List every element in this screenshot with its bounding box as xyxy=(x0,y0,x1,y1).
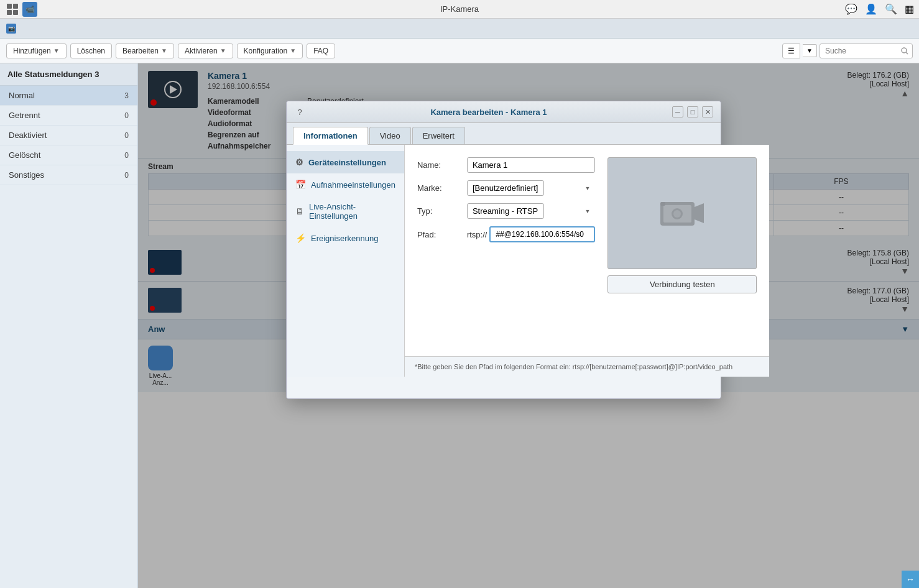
apps-icon[interactable]: ▦ xyxy=(905,3,914,15)
activate-arrow-icon: ▼ xyxy=(220,47,226,54)
add-arrow-icon: ▼ xyxy=(53,47,60,54)
name-input[interactable] xyxy=(467,157,596,173)
svg-marker-4 xyxy=(695,203,704,223)
activate-button[interactable]: Aktivieren ▼ xyxy=(178,44,233,58)
pfad-label: Pfad: xyxy=(417,230,467,239)
content-area: Kamera 1 192.168.100.6:554 Kameramodell … xyxy=(138,63,919,588)
sidebar-item-geloescht[interactable]: Gelöscht 0 xyxy=(0,145,137,165)
synology-assist-btn[interactable]: ↔ xyxy=(902,571,919,588)
typ-select[interactable]: Streaming - RTSP xyxy=(467,203,544,219)
svg-point-3 xyxy=(673,210,681,218)
modal-maximize-btn[interactable]: □ xyxy=(687,106,698,117)
modal-close-btn[interactable]: ✕ xyxy=(702,106,713,117)
edit-button[interactable]: Bearbeiten ▼ xyxy=(116,44,174,58)
aufnahme-icon: 📅 xyxy=(295,180,306,190)
sidebar: Alle Statusmeldungen 3 Normal 3 Getrennt… xyxy=(0,63,138,588)
window-title: IP-Kamera xyxy=(440,4,479,14)
camera-preview-icon xyxy=(657,195,707,232)
modal-titlebar: ? Kamera bearbeiten - Kamera 1 ─ □ ✕ xyxy=(287,101,721,123)
sidebar-item-sonstiges[interactable]: Sonstiges 0 xyxy=(0,165,137,185)
aufnahme-label: Aufnahmeeinstellungen xyxy=(311,180,395,190)
modal-sidebar-geraete[interactable]: ⚙ Geräteeinstellungen xyxy=(287,151,404,173)
live-label: Live-Ansicht-Einstellungen xyxy=(309,202,395,221)
add-button[interactable]: Hinzufügen ▼ xyxy=(6,44,67,58)
typ-label: Typ: xyxy=(417,206,467,216)
marke-select[interactable]: [Benutzerdefiniert] xyxy=(467,180,544,196)
tab-video[interactable]: Video xyxy=(369,127,411,144)
sidebar-item-deaktiviert[interactable]: Deaktiviert 0 xyxy=(0,126,137,145)
marke-label: Marke: xyxy=(417,183,467,193)
view-list-button[interactable]: ☰ xyxy=(782,44,800,58)
form-row-name: Name: xyxy=(417,157,596,173)
app-small-icon: 📷 xyxy=(6,24,16,34)
modal-tabs: Informationen Video Erweitert xyxy=(287,123,721,145)
modal-sidebar-aufnahme[interactable]: 📅 Aufnahmeeinstellungen xyxy=(287,173,404,196)
tab-erweitert[interactable]: Erweitert xyxy=(412,127,465,144)
sidebar-item-getrennt[interactable]: Getrennt 0 xyxy=(0,106,137,126)
camera-app-icon[interactable]: 📹 xyxy=(22,2,37,17)
live-icon: 🖥 xyxy=(295,206,304,216)
topbar-right: 💬 👤 🔍 ▦ xyxy=(845,3,914,15)
modal-body: Name: Marke: [Benutzerdefiniert] xyxy=(405,145,770,356)
pfad-input[interactable] xyxy=(489,226,595,242)
ereignis-icon: ⚡ xyxy=(295,233,306,243)
modal-right-panel: Name: Marke: [Benutzerdefiniert] xyxy=(405,145,770,377)
modal-overlay: ? Kamera bearbeiten - Kamera 1 ─ □ ✕ Inf… xyxy=(138,63,919,588)
modal-footer: *Bitte geben Sie den Pfad im folgenden F… xyxy=(405,356,770,377)
modal-form: Name: Marke: [Benutzerdefiniert] xyxy=(417,157,596,344)
faq-button[interactable]: FAQ xyxy=(307,44,335,58)
modal-sidebar-ereignis[interactable]: ⚡ Ereigniserkennung xyxy=(287,227,404,249)
sidebar-item-normal[interactable]: Normal 3 xyxy=(0,86,137,106)
modal-help-btn[interactable]: ? xyxy=(294,106,305,117)
modal-minimize-btn[interactable]: ─ xyxy=(672,106,683,117)
edit-arrow-icon: ▼ xyxy=(161,47,167,54)
chat-icon[interactable]: 💬 xyxy=(845,3,857,15)
search-input[interactable] xyxy=(820,44,913,58)
modal-preview: Verbindung testen xyxy=(607,157,757,344)
form-row-typ: Typ: Streaming - RTSP xyxy=(417,203,596,219)
test-connection-button[interactable]: Verbindung testen xyxy=(607,275,757,293)
ereignis-label: Ereigniserkennung xyxy=(311,234,378,243)
form-row-marke: Marke: [Benutzerdefiniert] xyxy=(417,180,596,196)
modal-title: Kamera bearbeiten - Kamera 1 xyxy=(305,108,672,117)
geraete-label: Geräteeinstellungen xyxy=(308,158,386,167)
pfad-prefix: rtsp:// xyxy=(467,230,487,239)
modal-sidebar-live[interactable]: 🖥 Live-Ansicht-Einstellungen xyxy=(287,196,404,227)
delete-button[interactable]: Löschen xyxy=(70,44,112,58)
marke-select-wrapper: [Benutzerdefiniert] xyxy=(467,180,596,196)
search-icon[interactable]: 🔍 xyxy=(885,3,897,15)
preview-box xyxy=(607,157,757,269)
tab-informationen[interactable]: Informationen xyxy=(293,127,368,145)
view-list-arrow[interactable]: ▼ xyxy=(803,44,817,57)
typ-select-wrapper: Streaming - RTSP xyxy=(467,203,596,219)
user-icon[interactable]: 👤 xyxy=(865,3,877,15)
modal-content-area: ⚙ Geräteeinstellungen 📅 Aufnahmeeinstell… xyxy=(287,145,721,377)
edit-camera-modal: ? Kamera bearbeiten - Kamera 1 ─ □ ✕ Inf… xyxy=(286,101,721,399)
system-topbar: 📹 IP-Kamera 💬 👤 🔍 ▦ xyxy=(0,0,919,19)
modal-controls: ─ □ ✕ xyxy=(672,106,713,117)
svg-rect-5 xyxy=(660,202,665,206)
config-arrow-icon: ▼ xyxy=(290,47,296,54)
main-layout: Alle Statusmeldungen 3 Normal 3 Getrennt… xyxy=(0,63,919,588)
geraete-icon: ⚙ xyxy=(295,157,303,167)
app-grid-icon[interactable] xyxy=(5,2,20,17)
toolbar-right: ☰ ▼ xyxy=(782,44,913,58)
toolbar: Hinzufügen ▼ Löschen Bearbeiten ▼ Aktivi… xyxy=(0,39,919,63)
app-titlebar: 📷 xyxy=(0,19,919,39)
config-button[interactable]: Konfiguration ▼ xyxy=(237,44,303,58)
footer-hint: *Bitte geben Sie den Pfad im folgenden F… xyxy=(415,363,732,370)
form-row-pfad: Pfad: rtsp:// xyxy=(417,226,596,242)
sidebar-header: Alle Statusmeldungen 3 xyxy=(0,63,137,86)
name-label: Name: xyxy=(417,160,467,170)
synology-assist-icon: ↔ xyxy=(906,574,915,584)
modal-sidebar: ⚙ Geräteeinstellungen 📅 Aufnahmeeinstell… xyxy=(287,145,405,377)
